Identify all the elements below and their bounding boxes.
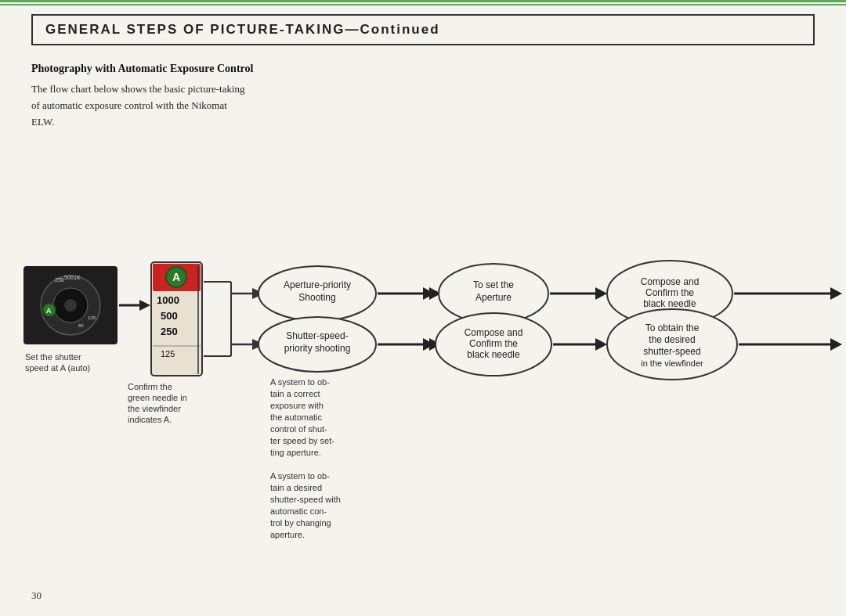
svg-text:aperture.: aperture. <box>270 530 305 539</box>
svg-text:500: 500 <box>64 275 74 280</box>
svg-text:in the viewfinder: in the viewfinder <box>641 358 703 368</box>
svg-text:shutter-speed: shutter-speed <box>643 346 700 357</box>
svg-text:Confirm the: Confirm the <box>645 287 694 298</box>
svg-text:Aperture-priority: Aperture-priority <box>284 279 351 290</box>
svg-text:Shooting: Shooting <box>298 292 335 303</box>
svg-marker-68 <box>830 287 842 300</box>
svg-text:automatic con-: automatic con- <box>270 506 327 516</box>
svg-text:indicates A.: indicates A. <box>128 415 172 424</box>
svg-text:ter speed by set-: ter speed by set- <box>270 436 334 445</box>
svg-marker-62 <box>595 287 607 300</box>
header-section: GENERAL STEPS OF PICTURE-TAKING—Continue… <box>31 14 815 45</box>
svg-text:the viewfinder: the viewfinder <box>128 404 181 413</box>
svg-text:Confirm the: Confirm the <box>128 382 172 391</box>
svg-text:black needle: black needle <box>643 298 696 309</box>
top-lines <box>0 0 846 9</box>
svg-text:1K: 1K <box>74 275 81 280</box>
page-number: 30 <box>31 589 42 602</box>
svg-text:60: 60 <box>78 323 84 328</box>
svg-text:control of shut-: control of shut- <box>270 424 327 434</box>
svg-point-2 <box>64 299 77 312</box>
svg-text:A system to ob-: A system to ob- <box>270 471 330 481</box>
svg-marker-14 <box>139 300 150 311</box>
svg-text:250: 250 <box>161 326 178 337</box>
svg-text:exposure with: exposure with <box>270 401 324 410</box>
content-section: Photography with Automatic Exposure Cont… <box>31 63 815 130</box>
svg-text:1000: 1000 <box>157 294 179 306</box>
svg-text:black needle: black needle <box>467 349 520 360</box>
page-title: GENERAL STEPS OF PICTURE-TAKING—Continue… <box>45 22 440 37</box>
svg-text:ting aperture.: ting aperture. <box>270 448 321 457</box>
svg-text:speed at A (auto): speed at A (auto) <box>25 363 90 373</box>
svg-text:trol by changing: trol by changing <box>270 518 331 528</box>
svg-text:the automatic: the automatic <box>270 412 323 422</box>
svg-text:To set the: To set the <box>473 279 514 290</box>
svg-text:Confirm the: Confirm the <box>469 338 518 349</box>
svg-text:A: A <box>46 307 52 315</box>
svg-text:500: 500 <box>161 310 178 322</box>
svg-text:Aperture: Aperture <box>475 292 512 303</box>
svg-text:125: 125 <box>88 315 96 320</box>
svg-text:A: A <box>172 271 180 283</box>
svg-text:125: 125 <box>161 349 175 358</box>
svg-text:the desired: the desired <box>649 334 695 345</box>
svg-text:Set the shutter: Set the shutter <box>25 352 81 362</box>
svg-text:tain a correct: tain a correct <box>270 389 320 398</box>
svg-text:Compose and: Compose and <box>641 276 700 287</box>
svg-text:To obtain the: To obtain the <box>645 322 700 333</box>
svg-text:250: 250 <box>55 277 64 283</box>
svg-marker-84 <box>830 338 842 351</box>
svg-marker-77 <box>595 338 607 351</box>
section-subtitle: Photography with Automatic Exposure Cont… <box>31 63 815 75</box>
svg-text:priority shooting: priority shooting <box>284 343 351 354</box>
intro-paragraph: The flow chart below shows the basic pic… <box>31 81 251 130</box>
svg-text:tain a desired: tain a desired <box>270 483 322 492</box>
svg-text:green needle in: green needle in <box>128 393 187 402</box>
header-box: GENERAL STEPS OF PICTURE-TAKING—Continue… <box>31 14 815 45</box>
svg-text:A system to ob-: A system to ob- <box>270 377 330 387</box>
svg-text:shutter-speed with: shutter-speed with <box>270 495 341 504</box>
svg-text:Compose and: Compose and <box>465 327 523 338</box>
flow-diagram: 250 500 1K A A 60 125 Set the shutter sp… <box>0 204 846 595</box>
svg-text:Shutter-speed-: Shutter-speed- <box>286 330 348 341</box>
